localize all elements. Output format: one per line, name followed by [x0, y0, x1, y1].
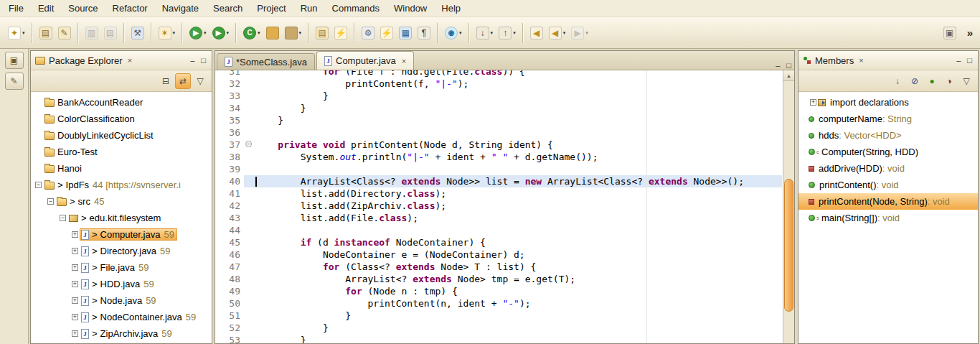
maximize-button[interactable]: □: [786, 61, 791, 70]
code-line[interactable]: 34 }: [215, 102, 782, 114]
back-button[interactable]: ◀▾: [547, 23, 568, 43]
code-line[interactable]: 31 for (File f : hdd.get(File.class)) {: [215, 70, 782, 78]
tree-item[interactable]: −>IpdFs44 [https://svnserver.i: [31, 177, 212, 193]
tree-expander[interactable]: +: [70, 231, 80, 238]
code-area[interactable]: 31 for (File f : hdd.get(File.class)) {3…: [215, 70, 782, 343]
code-line[interactable]: 45 if (d instanceof NodeContainer) {: [215, 236, 782, 248]
editor-scrollbar[interactable]: ▲: [783, 70, 794, 343]
code-line[interactable]: 35 }: [215, 114, 782, 126]
tree-item[interactable]: ColorClassification: [31, 111, 212, 127]
table-view-button[interactable]: ▦: [397, 23, 414, 43]
run-button[interactable]: ▶▾: [210, 23, 232, 43]
hide-static-button[interactable]: ●: [924, 73, 940, 89]
dropdown-arrow-icon[interactable]: ▾: [585, 30, 588, 36]
new-wizard-button[interactable]: ✦▾: [6, 23, 27, 43]
editor-tab[interactable]: JComputer.java×: [316, 51, 414, 70]
open-task-button[interactable]: ▤: [314, 23, 331, 43]
maximize-button[interactable]: □: [201, 56, 206, 65]
member-item[interactable]: cComputer(String, HDD): [798, 144, 978, 160]
tree-expander[interactable]: −: [58, 215, 67, 221]
code-line[interactable]: 46 NodeContainer e = (NodeContainer) d;: [215, 248, 782, 261]
code-line[interactable]: 49 for (Node n : tmp) {: [215, 285, 782, 297]
new-jar-button[interactable]: ▾: [283, 23, 304, 43]
collapse-all-button[interactable]: ⊟: [158, 73, 174, 89]
last-edit-location-button[interactable]: ◀: [528, 23, 545, 43]
hide-nonpublic-button[interactable]: ◑: [941, 73, 957, 89]
code-line[interactable]: 32 printContent(f, "|-");: [215, 78, 782, 90]
code-line[interactable]: 53 }: [215, 334, 782, 343]
close-view-button[interactable]: ×: [857, 56, 864, 65]
tree-item[interactable]: +J>HDD.java59: [31, 276, 212, 292]
dropdown-arrow-icon[interactable]: ▾: [563, 30, 566, 36]
coverage-button[interactable]: ⚙: [359, 23, 377, 43]
menu-refactor[interactable]: Refactor: [105, 0, 155, 17]
member-item[interactable]: hdds : Vector<HDD>: [798, 127, 978, 144]
code-line[interactable]: 52 }: [215, 322, 782, 334]
dropdown-arrow-icon[interactable]: ▾: [173, 30, 176, 36]
tree-expander[interactable]: +: [70, 248, 80, 254]
forward-button[interactable]: ▶▾: [569, 23, 590, 43]
menu-commands[interactable]: Commands: [325, 0, 387, 17]
member-item[interactable]: smain(String[]) : void: [798, 210, 978, 226]
menu-window[interactable]: Window: [387, 0, 434, 17]
scrollbar-thumb[interactable]: [784, 179, 793, 312]
member-item[interactable]: printContent() : void: [798, 177, 978, 193]
menu-search[interactable]: Search: [206, 0, 250, 17]
code-line[interactable]: 41 list.add(Directory.class);: [215, 187, 782, 200]
code-line[interactable]: 44: [215, 224, 782, 236]
open-resource-button[interactable]: ✎: [56, 23, 73, 43]
menu-project[interactable]: Project: [250, 0, 293, 17]
tree-item[interactable]: −>edu.kit.filesystem: [31, 210, 212, 226]
tree-expander[interactable]: +: [70, 281, 80, 287]
code-line[interactable]: 36: [215, 126, 782, 139]
debug-button[interactable]: ▶▾: [187, 23, 209, 43]
minimize-button[interactable]: –: [956, 56, 961, 65]
tree-item[interactable]: BankAccountReader: [31, 94, 212, 111]
pin-editor-button[interactable]: ▣: [941, 23, 958, 43]
close-tab-button[interactable]: ×: [402, 57, 406, 65]
tree-expander[interactable]: −: [34, 182, 43, 188]
tree-item[interactable]: +J>File.java59: [31, 259, 212, 276]
close-view-button[interactable]: ×: [126, 56, 133, 65]
view-menu-button[interactable]: ▽: [192, 73, 208, 89]
code-line[interactable]: 48 ArrayList<? extends Node> tmp = e.get…: [215, 273, 782, 285]
tree-expander[interactable]: +: [70, 297, 80, 304]
code-line[interactable]: 40 ArrayList<Class<? extends Node>> list…: [215, 175, 782, 187]
fold-collapse-icon[interactable]: −: [245, 141, 252, 147]
tree-item[interactable]: Hanoi: [31, 160, 212, 177]
code-line[interactable]: 50 printContent(n, ident + "-");: [215, 297, 782, 310]
member-item[interactable]: +import declarations: [798, 94, 978, 111]
toolbar-overflow-button[interactable]: »: [967, 27, 973, 39]
prev-annotation-button[interactable]: ↑▾: [496, 23, 518, 43]
scroll-up-button[interactable]: ▲: [783, 70, 794, 81]
maximize-button[interactable]: □: [967, 56, 972, 65]
editor-tab[interactable]: J*SomeClass.java: [217, 53, 315, 70]
tree-item[interactable]: −>src45: [31, 193, 212, 210]
flashlight-search-button[interactable]: ⚡: [378, 23, 395, 43]
new-package-button[interactable]: [264, 23, 281, 43]
tree-expander[interactable]: −: [46, 198, 55, 205]
minimize-button[interactable]: –: [776, 61, 780, 70]
code-line[interactable]: 47 for (Class<? extends Node> T : list) …: [215, 261, 782, 273]
dropdown-arrow-icon[interactable]: ▾: [459, 30, 462, 36]
code-line[interactable]: 51 }: [215, 310, 782, 322]
code-line[interactable]: 42 list.add(ZipArchiv.class);: [215, 200, 782, 212]
print-button[interactable]: ▤: [102, 23, 119, 43]
tree-item[interactable]: +J>Node.java59: [31, 292, 212, 309]
view-menu-button[interactable]: ▽: [958, 73, 974, 89]
tree-item[interactable]: +J>ZipArchiv.java59: [31, 325, 212, 342]
restore-fast-view-button[interactable]: ▣: [5, 52, 24, 69]
menu-help[interactable]: Help: [434, 0, 468, 17]
fast-view-editor-button[interactable]: ✎: [5, 73, 24, 90]
dropdown-arrow-icon[interactable]: ▾: [22, 30, 25, 36]
new-project-button[interactable]: ▤: [37, 23, 55, 43]
tree-item[interactable]: DoublyLinkedCyclicList: [31, 127, 212, 144]
code-line[interactable]: 39: [215, 163, 782, 175]
code-line[interactable]: 43 list.add(File.class);: [215, 212, 782, 224]
tree-expander[interactable]: +: [70, 330, 80, 337]
show-whitespace-button[interactable]: ¶: [415, 23, 433, 43]
dropdown-arrow-icon[interactable]: ▾: [204, 30, 207, 36]
dropdown-arrow-icon[interactable]: ▾: [491, 30, 494, 36]
tree-item[interactable]: +J>Computer.java59: [31, 226, 212, 243]
sort-button[interactable]: ↓: [890, 73, 905, 89]
